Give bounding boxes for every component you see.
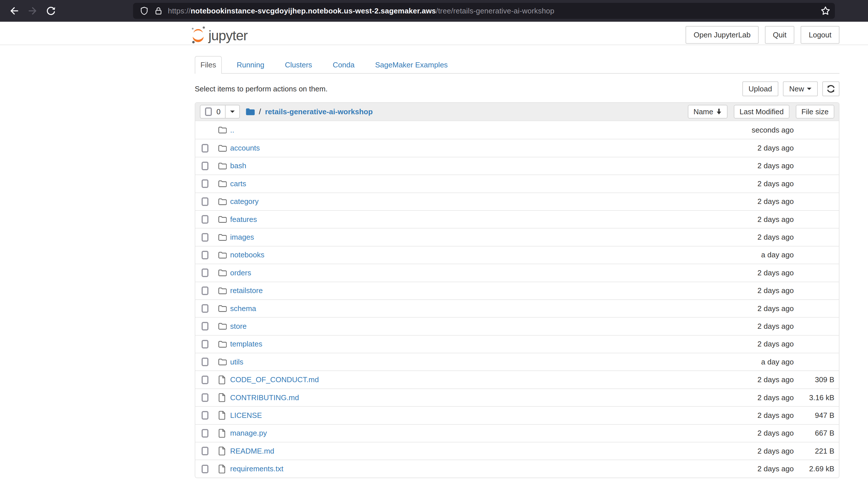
url-path: /tree/retails-generative-ai-workshop — [436, 6, 555, 15]
folder-icon — [218, 287, 227, 295]
folder-icon — [218, 251, 227, 260]
item-link[interactable]: images — [230, 233, 708, 242]
modified-label: 2 days ago — [708, 286, 794, 295]
url-bar[interactable]: https://notebookinstance-svcgdoyijhep.no… — [133, 3, 835, 19]
select-dropdown-button[interactable] — [225, 105, 240, 119]
tab-running[interactable]: Running — [231, 56, 270, 73]
item-link[interactable]: .. — [230, 126, 708, 134]
open-jupyterlab-button[interactable]: Open JupyterLab — [686, 26, 758, 44]
folder-icon — [218, 357, 227, 366]
item-link[interactable]: category — [230, 197, 708, 206]
folder-icon — [218, 304, 227, 313]
tab-files[interactable]: Files — [195, 56, 222, 74]
item-link[interactable]: LICENSE — [230, 411, 708, 420]
modified-label: 2 days ago — [708, 322, 794, 331]
file-icon — [218, 446, 226, 455]
row-checkbox[interactable] — [202, 286, 208, 295]
item-link[interactable]: templates — [230, 340, 708, 348]
back-icon[interactable] — [9, 6, 19, 16]
table-row: accounts 2 days ago — [195, 139, 839, 156]
item-link[interactable]: bash — [230, 162, 708, 170]
item-link[interactable]: CODE_OF_CONDUCT.md — [230, 375, 708, 384]
row-checkbox[interactable] — [202, 233, 208, 242]
jupyter-logo[interactable]: jupyter — [190, 25, 248, 45]
folder-icon — [218, 286, 227, 295]
item-link[interactable]: orders — [230, 269, 708, 277]
modified-label: 2 days ago — [708, 179, 794, 188]
row-checkbox[interactable] — [202, 322, 208, 330]
table-row: features 2 days ago — [195, 210, 839, 228]
tab-conda[interactable]: Conda — [327, 56, 360, 73]
row-checkbox[interactable] — [202, 251, 208, 259]
modified-label: 2 days ago — [708, 429, 794, 437]
item-link[interactable]: accounts — [230, 144, 708, 152]
row-checkbox[interactable] — [202, 197, 208, 206]
row-checkbox[interactable] — [202, 215, 208, 224]
row-checkbox[interactable] — [202, 269, 208, 277]
tab-clusters[interactable]: Clusters — [279, 56, 318, 73]
breadcrumb-current-folder[interactable]: retails-generative-ai-workshop — [265, 107, 373, 116]
file-icon — [218, 446, 227, 455]
row-checkbox[interactable] — [202, 393, 208, 402]
item-link[interactable]: README.md — [230, 447, 708, 455]
folder-icon — [218, 233, 227, 242]
select-all-checkbox-button[interactable]: 0 — [200, 105, 225, 119]
upload-button[interactable]: Upload — [742, 81, 778, 96]
item-link[interactable]: notebooks — [230, 251, 708, 259]
size-label: 221 B — [794, 447, 834, 455]
row-checkbox[interactable] — [202, 340, 208, 348]
arrow-down-icon — [716, 108, 722, 115]
sort-last-modified-button[interactable]: Last Modified — [734, 105, 789, 119]
table-row: category 2 days ago — [195, 193, 839, 210]
item-link[interactable]: requirements.txt — [230, 465, 708, 473]
table-row: bash 2 days ago — [195, 157, 839, 174]
select-all-checkbox[interactable] — [205, 107, 212, 116]
table-row: CODE_OF_CONDUCT.md 2 days ago 309 B — [195, 370, 839, 388]
item-link[interactable]: utils — [230, 358, 708, 366]
item-link[interactable]: features — [230, 215, 708, 224]
item-link[interactable]: schema — [230, 304, 708, 313]
row-checkbox[interactable] — [202, 447, 208, 455]
item-link[interactable]: store — [230, 322, 708, 331]
table-row: CONTRIBUTING.md 2 days ago 3.16 kB — [195, 388, 839, 406]
browser-toolbar: https://notebookinstance-svcgdoyijhep.no… — [0, 0, 868, 22]
folder-icon — [218, 162, 227, 171]
folder-icon[interactable] — [246, 108, 255, 115]
item-link[interactable]: CONTRIBUTING.md — [230, 393, 708, 402]
tab-bar: Files Running Clusters Conda SageMaker E… — [195, 56, 840, 74]
file-icon — [218, 375, 227, 384]
bookmark-star-icon[interactable] — [821, 6, 830, 16]
row-checkbox[interactable] — [202, 304, 208, 313]
modified-label: a day ago — [708, 251, 794, 259]
new-dropdown-button[interactable]: New — [783, 81, 818, 96]
sort-name-button[interactable]: Name — [688, 105, 728, 119]
row-checkbox[interactable] — [202, 144, 208, 152]
reload-icon[interactable] — [46, 6, 56, 16]
table-row: orders 2 days ago — [195, 264, 839, 281]
table-row: .. seconds ago — [195, 121, 839, 139]
row-checkbox[interactable] — [202, 429, 208, 437]
row-checkbox[interactable] — [202, 465, 208, 473]
row-checkbox[interactable] — [202, 376, 208, 384]
list-toolbar: 0 / retails-generative-ai-workshop Name … — [195, 103, 839, 121]
item-link[interactable]: retailstore — [230, 286, 708, 295]
shield-icon[interactable] — [140, 6, 149, 15]
forward-icon[interactable] — [27, 6, 38, 16]
refresh-button[interactable] — [822, 81, 840, 96]
file-icon — [218, 375, 226, 384]
sort-file-size-button[interactable]: File size — [796, 105, 834, 119]
row-checkbox[interactable] — [202, 162, 208, 170]
logout-button[interactable]: Logout — [801, 26, 840, 44]
lock-icon[interactable] — [154, 6, 163, 15]
folder-icon — [218, 126, 227, 134]
row-checkbox[interactable] — [202, 179, 208, 188]
folder-icon — [218, 305, 227, 312]
quit-button[interactable]: Quit — [765, 26, 795, 44]
item-link[interactable]: carts — [230, 179, 708, 188]
item-link[interactable]: manage.py — [230, 429, 708, 437]
row-checkbox[interactable] — [202, 411, 208, 420]
size-label: 667 B — [794, 429, 834, 437]
row-checkbox[interactable] — [202, 358, 208, 366]
table-row: LICENSE 2 days ago 947 B — [195, 406, 839, 424]
tab-sagemaker-examples[interactable]: SageMaker Examples — [370, 56, 453, 73]
